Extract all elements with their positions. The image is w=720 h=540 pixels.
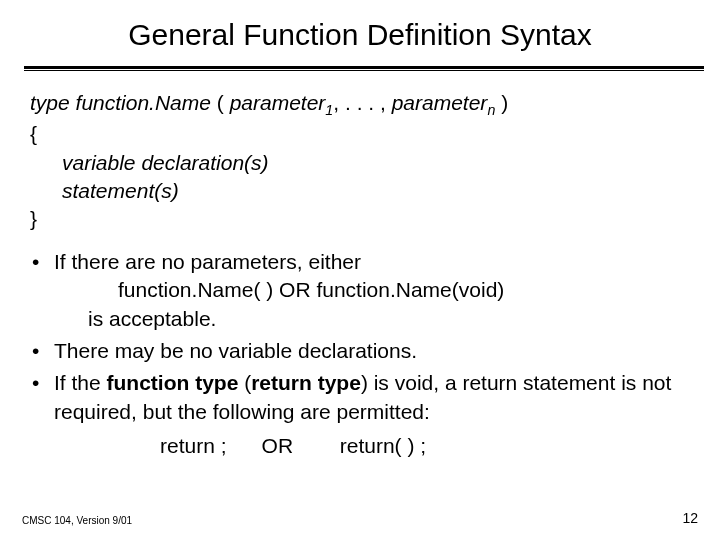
kw-param1: parameter [230, 91, 326, 114]
syntax-stmt: statement(s) [30, 177, 690, 205]
b3a: If the [54, 371, 107, 394]
title-rule [24, 66, 704, 71]
slide-title: General Function Definition Syntax [24, 18, 696, 52]
bullet-1-tail: is acceptable. [54, 305, 690, 333]
bullet-1-text: If there are no parameters, either [54, 250, 361, 273]
footer-right: 12 [682, 510, 698, 526]
bullet-1-sub: function.Name( ) OR function.Name(void) [54, 276, 690, 304]
return-line: return ; OR return( ) ; [30, 432, 690, 460]
kw-type: type [30, 91, 70, 114]
syntax-line-1: type function.Name ( parameter1, . . . ,… [30, 89, 690, 120]
close-paren: ) [501, 91, 508, 114]
syntax-rbrace: } [30, 205, 690, 233]
b3b: function type [107, 371, 239, 394]
return-2: return( ) ; [340, 434, 426, 457]
open-paren: ( [217, 91, 224, 114]
kw-paramn: parameter [392, 91, 488, 114]
bullet-2: There may be no variable declarations. [30, 337, 690, 365]
return-or: OR [262, 434, 294, 457]
b3c: ( [238, 371, 251, 394]
bullet-list: If there are no parameters, either funct… [30, 248, 690, 426]
syntax-vardecl: variable declaration(s) [30, 149, 690, 177]
syntax-lbrace: { [30, 120, 690, 148]
kw-funcname: function.Name [76, 91, 211, 114]
syntax-block: type function.Name ( parameter1, . . . ,… [30, 89, 690, 234]
return-1: return ; [160, 434, 227, 457]
content-area: type function.Name ( parameter1, . . . ,… [24, 89, 696, 460]
sep: , . . . , [333, 91, 386, 114]
bullet-3: If the function type (return type) is vo… [30, 369, 690, 426]
footer-left: CMSC 104, Version 9/01 [22, 515, 132, 526]
b3d: return type [251, 371, 361, 394]
bullet-1: If there are no parameters, either funct… [30, 248, 690, 333]
